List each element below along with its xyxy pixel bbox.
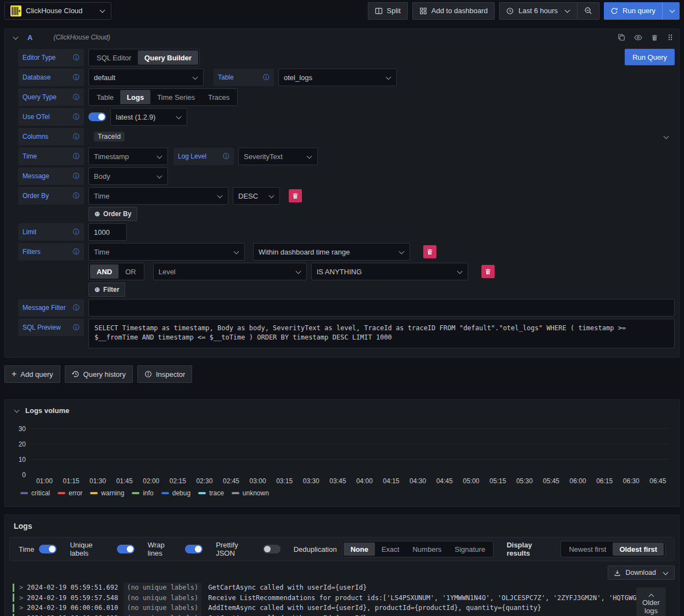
legend-swatch xyxy=(20,492,28,494)
info-icon[interactable]: ⓘ xyxy=(73,53,80,63)
info-icon[interactable]: ⓘ xyxy=(73,73,80,82)
time-range-button[interactable]: Last 6 hours xyxy=(500,3,577,19)
log-row[interactable]: >2024-02-19 06:00:06.012(no unique label… xyxy=(9,613,675,616)
message-column-select[interactable]: Body xyxy=(88,167,168,185)
option-or[interactable]: OR xyxy=(119,264,143,279)
limit-input[interactable] xyxy=(88,223,127,241)
zoom-out-button[interactable] xyxy=(577,3,599,19)
legend-item-info[interactable]: info xyxy=(132,489,153,497)
database-select[interactable]: default xyxy=(88,69,204,86)
remove-condition-button[interactable] xyxy=(481,265,495,278)
drag-handle-icon[interactable] xyxy=(667,33,674,41)
collapse-chevron-icon[interactable] xyxy=(14,408,20,413)
option-signature[interactable]: Signature xyxy=(448,542,492,556)
option-table[interactable]: Table xyxy=(90,90,120,104)
legend-swatch xyxy=(161,492,169,494)
x-tick-label: 03:15 xyxy=(276,477,293,485)
older-logs-button[interactable]: Older logs xyxy=(636,587,666,616)
run-query-button[interactable]: Run query xyxy=(604,2,680,20)
toggle-switch[interactable] xyxy=(117,545,134,553)
x-tick-label: 06:00 xyxy=(570,477,586,485)
info-icon[interactable]: ⓘ xyxy=(73,132,80,142)
expand-row-icon[interactable]: > xyxy=(19,593,27,603)
query-history-button[interactable]: Query history xyxy=(65,365,133,383)
add-filter-button[interactable]: ⊕ Filter xyxy=(88,282,125,297)
option-none[interactable]: None xyxy=(344,542,375,556)
filter-operator-select[interactable]: Within dashboard time range xyxy=(253,243,410,261)
info-icon[interactable]: ⓘ xyxy=(73,303,80,313)
add-to-dashboard-button[interactable]: Add to dashboard xyxy=(412,2,495,20)
remove-order-by-button[interactable] xyxy=(289,189,302,202)
add-order-by-button[interactable]: ⊕ Order By xyxy=(88,207,137,221)
filter-field-select[interactable]: Time xyxy=(88,243,245,261)
column-chip[interactable]: TraceId xyxy=(94,132,125,142)
info-icon[interactable]: ⓘ xyxy=(223,152,229,161)
option-numbers[interactable]: Numbers xyxy=(406,542,448,556)
legend-item-debug[interactable]: debug xyxy=(161,489,190,497)
option-time-series[interactable]: Time Series xyxy=(150,90,201,104)
legend-item-trace[interactable]: trace xyxy=(198,489,224,497)
expand-row-icon[interactable]: > xyxy=(19,603,27,613)
remove-filter-button[interactable] xyxy=(423,245,436,258)
add-query-button[interactable]: + Add query xyxy=(4,365,60,383)
datasource-picker[interactable]: ClickHouse Cloud xyxy=(4,2,111,20)
expand-row-icon[interactable]: > xyxy=(19,613,27,616)
expand-row-icon[interactable]: > xyxy=(19,583,27,593)
log-row[interactable]: >2024-02-19 05:59:57.548(no unique label… xyxy=(9,593,675,603)
add-to-dashboard-label: Add to dashboard xyxy=(431,7,488,15)
log-message: GetCartAsync called with userId={userId} xyxy=(208,613,367,616)
run-query-inline-button[interactable]: Run Query xyxy=(625,49,675,65)
chevron-down-icon xyxy=(386,74,391,80)
table-select[interactable]: otel_logs xyxy=(278,69,397,86)
info-icon[interactable]: ⓘ xyxy=(73,93,80,102)
legend-item-critical[interactable]: critical xyxy=(20,489,50,497)
info-icon[interactable]: ⓘ xyxy=(73,112,80,122)
option-query-builder[interactable]: Query Builder xyxy=(138,50,198,65)
info-icon[interactable]: ⓘ xyxy=(73,247,80,257)
query-editor-panel: A (ClickHouse Cloud) Run Query Editor Ty… xyxy=(4,29,680,358)
message-filter-input[interactable] xyxy=(88,299,675,317)
filter-condition-field-select[interactable]: Level xyxy=(153,263,307,280)
order-by-direction-select[interactable]: DESC xyxy=(233,187,280,205)
option-newest-first[interactable]: Newest first xyxy=(562,542,613,556)
info-icon[interactable]: ⓘ xyxy=(263,73,270,82)
option-exact[interactable]: Exact xyxy=(375,542,406,556)
collapse-chevron-icon[interactable] xyxy=(13,34,19,39)
log-row[interactable]: >2024-02-19 05:59:51.692(no unique label… xyxy=(9,583,675,593)
inspector-button[interactable]: Inspector xyxy=(137,365,192,383)
info-icon[interactable]: ⓘ xyxy=(73,191,80,201)
hide-response-eye-icon[interactable] xyxy=(634,33,642,42)
remove-query-trash-icon[interactable] xyxy=(651,34,658,41)
split-button[interactable]: Split xyxy=(368,2,408,20)
info-icon[interactable]: ⓘ xyxy=(73,152,80,161)
info-icon[interactable]: ⓘ xyxy=(73,228,80,237)
logs-volume-chart[interactable]: 0102030 xyxy=(30,425,670,475)
query-ref-id[interactable]: A xyxy=(27,33,32,42)
filter-condition-op-select[interactable]: IS ANYTHING xyxy=(311,263,468,280)
use-otel-toggle[interactable] xyxy=(88,112,106,121)
time-column-select[interactable]: Timestamp xyxy=(88,148,168,165)
legend-item-warning[interactable]: warning xyxy=(90,489,124,497)
legend-item-error[interactable]: error xyxy=(58,489,82,497)
toggle-wrap-lines: Wrap lines xyxy=(148,541,203,557)
toggle-switch[interactable] xyxy=(185,545,203,553)
run-query-dropdown[interactable] xyxy=(662,2,680,20)
duplicate-query-icon[interactable] xyxy=(618,33,625,41)
info-icon[interactable]: ⓘ xyxy=(73,172,80,181)
download-button[interactable]: Download xyxy=(608,566,675,580)
log-row[interactable]: >2024-02-19 06:00:06.010(no unique label… xyxy=(9,603,675,613)
toggle-switch[interactable] xyxy=(263,545,281,553)
option-traces[interactable]: Traces xyxy=(201,90,236,104)
info-icon[interactable]: ⓘ xyxy=(73,323,80,332)
legend-item-unknown[interactable]: unknown xyxy=(232,489,269,497)
log-level-select[interactable]: SeverityText xyxy=(238,148,318,165)
order-by-field-select[interactable]: Time xyxy=(88,187,228,205)
otel-version-select[interactable]: latest (1.2.9) xyxy=(110,108,187,126)
add-circle-icon: ⊕ xyxy=(94,286,100,293)
option-sql-editor[interactable]: SQL Editor xyxy=(90,50,138,65)
option-and[interactable]: AND xyxy=(90,264,119,279)
option-oldest-first[interactable]: Oldest first xyxy=(613,542,664,556)
toggle-switch[interactable] xyxy=(39,545,57,553)
option-logs[interactable]: Logs xyxy=(120,90,150,104)
columns-multiselect[interactable]: TraceId xyxy=(88,128,675,145)
